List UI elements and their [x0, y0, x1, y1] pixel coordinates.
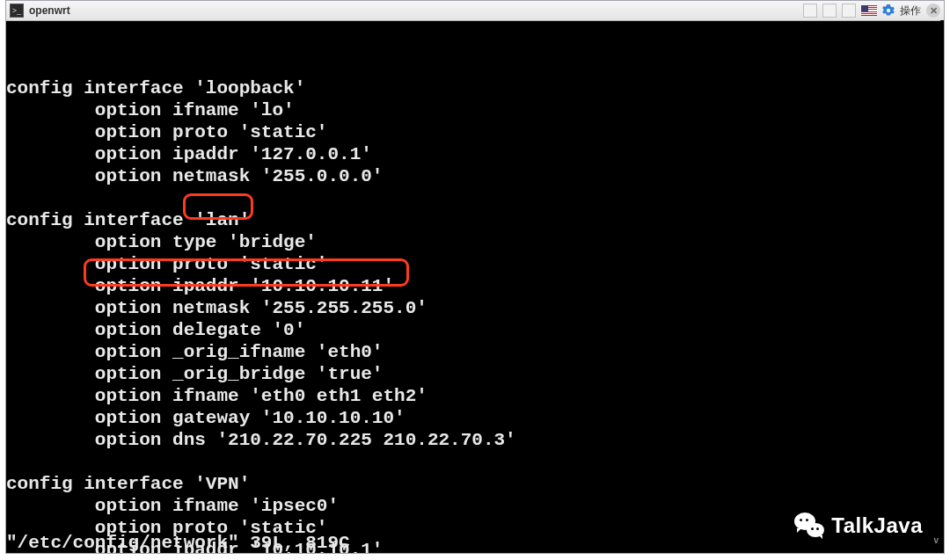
terminal-line	[6, 55, 516, 77]
status-line: "/etc/config/network" 39L, 819C	[6, 532, 350, 553]
close-icon[interactable]: ✕	[926, 4, 940, 18]
terminal-line	[6, 33, 516, 55]
flag-us-icon[interactable]	[861, 5, 877, 16]
terminal-line: option ipaddr '127.0.0.1'	[6, 143, 516, 165]
corner-mark: v	[933, 529, 939, 551]
terminal-line: config interface 'lan'	[6, 209, 516, 231]
terminal[interactable]: config interface 'loopback' option ifnam…	[6, 21, 944, 553]
terminal-line: config interface 'VPN'	[6, 473, 516, 495]
terminal-line: config interface 'loopback'	[6, 77, 516, 99]
titlebar-right: 操作 ✕	[803, 4, 940, 18]
titlebar-button-2[interactable]	[822, 4, 837, 18]
terminal-line: option proto 'static'	[6, 253, 516, 275]
titlebar-button-1[interactable]	[803, 4, 817, 18]
gear-icon[interactable]	[882, 4, 895, 17]
terminal-line: option delegate '0'	[6, 319, 516, 341]
terminal-line	[6, 187, 516, 209]
scrollbar[interactable]	[940, 20, 944, 553]
terminal-line: option gateway '10.10.10.10'	[6, 407, 516, 429]
terminal-line: option netmask '255.255.255.0'	[6, 297, 516, 319]
app-title: openwrt	[29, 4, 70, 17]
titlebar-left: >_ openwrt	[10, 4, 803, 18]
terminal-line: option ifname 'ipsec0'	[6, 495, 516, 517]
terminal-line: option ipaddr '10.10.10.11'	[6, 275, 516, 297]
action-label[interactable]: 操作	[900, 4, 921, 18]
titlebar[interactable]: >_ openwrt 操作 ✕	[6, 1, 944, 21]
watermark: TalkJava	[794, 513, 923, 537]
terminal-content: config interface 'loopback' option ifnam…	[6, 33, 516, 553]
terminal-line: option type 'bridge'	[6, 231, 516, 253]
terminal-line: option ifname 'eth0 eth1 eth2'	[6, 385, 516, 407]
app-window: >_ openwrt 操作 ✕ config interface 'loopba…	[5, 0, 945, 554]
titlebar-button-3[interactable]	[842, 4, 856, 18]
terminal-line: option proto 'static'	[6, 121, 516, 143]
terminal-line: option netmask '255.0.0.0'	[6, 165, 516, 187]
watermark-text: TalkJava	[831, 514, 923, 536]
terminal-line	[6, 451, 516, 473]
terminal-line: option dns '210.22.70.225 210.22.70.3'	[6, 429, 516, 451]
terminal-line: option _orig_bridge 'true'	[6, 363, 516, 385]
terminal-line: option _orig_ifname 'eth0'	[6, 341, 516, 363]
wechat-icon	[794, 513, 824, 537]
app-icon: >_	[10, 4, 24, 18]
terminal-line: option ifname 'lo'	[6, 99, 516, 121]
